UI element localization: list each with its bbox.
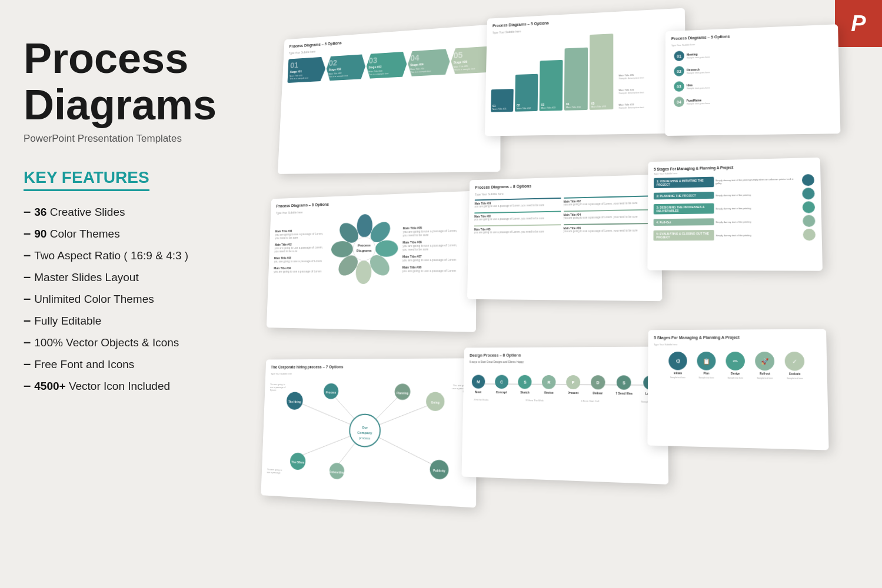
desc: you are going to use a passage of Lorem.… <box>474 230 544 233</box>
dash: – <box>24 226 31 241</box>
dash: – <box>24 335 31 350</box>
feature-bold: 90 <box>34 228 46 240</box>
plan-desc-4: Sample text here <box>757 377 773 379</box>
outer-label-1: The Hiring <box>288 400 301 403</box>
step-desc: Main Title #01This is a sample text <box>289 73 323 80</box>
tl-label-7: 7 Send files <box>615 392 633 395</box>
step-desc: Sample text goes here <box>687 102 710 105</box>
step-num-4: 04 <box>674 96 684 107</box>
grid-item-5: Main Title #05you are going to use a pas… <box>474 224 561 235</box>
dash: – <box>24 291 31 306</box>
slide-inner-7: The Corporate hiring process – 7 Options… <box>261 358 477 507</box>
step-4: 04 Stage #04 Main Title #04This is a sam… <box>408 49 450 76</box>
stage-desc: Simply dummy text of the printing <box>715 192 800 196</box>
slides-area: Process Diagrams – 5 Options Type Your S… <box>259 24 882 588</box>
numbered-steps: 01 Meeting Sample text goes here 02 Rese… <box>671 44 833 109</box>
feature-item-3: – Two Aspect Ratio ( 16:9 & 4:3 ) <box>24 248 271 263</box>
grid-item-3: Main Title #03you are going to use a pas… <box>474 211 561 223</box>
plan-icon-2: 📋 <box>697 352 716 370</box>
desc: you are going to use a passage of Lorem.… <box>564 215 638 219</box>
right-item-1: Main Title #05you are going to use a pas… <box>403 225 462 238</box>
process-circle-svg: Process Diagrams <box>330 213 398 284</box>
plan-desc-1: Sample text here <box>670 376 685 379</box>
page-title: Process Diagrams <box>24 35 271 128</box>
block-2: 02 Main Title #02 <box>515 74 538 112</box>
center-text-3: process <box>359 436 371 440</box>
features-list: – 36 Creative Slides – 90 Color Themes –… <box>24 204 271 393</box>
feature-item-5: – Unlimited Color Themes <box>24 291 271 306</box>
tl-circle-2: C <box>495 375 508 389</box>
slide-card-7: The Corporate hiring process – 7 Options… <box>261 358 477 507</box>
tl-node-1: M Meet <box>471 375 485 393</box>
planning-step-2: 📋 Plan Sample text here <box>693 352 720 379</box>
feature-bold: 4500+ <box>34 380 65 392</box>
network-diagram: Our Company process The Hiring Process T… <box>267 377 470 490</box>
side-text-2: You are going to use a passage <box>267 468 285 475</box>
stage-5: 5: EVALUATING & CLOSING OUT THE PROJECT … <box>653 229 816 242</box>
slide-inner-8: Design Process – 8 Options 5 ways to Sta… <box>461 346 668 484</box>
stage-desc: Simply dummy text of the printing <box>715 233 801 237</box>
feature-text: 4500+ Vector Icon Included <box>34 380 170 393</box>
dash: – <box>24 356 31 372</box>
desc: you are going to use a passage of Lorem.… <box>564 229 638 233</box>
petal-5 <box>355 260 371 284</box>
dash: – <box>24 204 31 219</box>
num-step-2: 02 Research Sample text goes here <box>671 59 833 78</box>
feature-item-6: – Fully Editable <box>24 313 271 328</box>
tl-circle-4: R <box>542 375 556 389</box>
tl-node-6: D Deliver <box>591 375 605 395</box>
planning-step-5: ✓ Evaluate Sample text here <box>781 352 809 380</box>
slide-inner-1: Process Diagrams – 5 Options Type Your S… <box>278 24 501 174</box>
step-num: 03 <box>369 55 405 65</box>
center-text-1: Our <box>362 426 368 429</box>
step-num: 01 <box>290 59 324 69</box>
outer-label-2: Process <box>326 391 337 394</box>
tl-node-5: P Present <box>566 375 580 395</box>
petal-1 <box>357 214 372 238</box>
left-item-1: Main Title #01you are going to use a pas… <box>275 228 327 239</box>
grid-layout: Main Title #01you are going to use a pas… <box>474 195 655 236</box>
planning-step-3: ✏ Design Sample text here <box>722 352 749 379</box>
center-text-2: Diagrams <box>357 249 372 252</box>
slide-card-2: Process Diagrams – 5 Options Type Your S… <box>485 8 687 136</box>
outer-label-3: The Offers <box>291 461 304 465</box>
tl-label-2: Concept <box>496 390 507 394</box>
desc: you are going to use a passage of Lorem.… <box>474 217 544 221</box>
slide-card-9: 5 Stages For Managing & Planning A Proje… <box>647 329 828 450</box>
slide-card-1: Process Diagrams – 5 Options Type Your S… <box>278 24 501 174</box>
right-item-3: Main Title #07you are going to use a pas… <box>402 254 462 262</box>
block-text: Main Title #05 <box>591 105 611 108</box>
block-text: Main Title #03 <box>541 106 561 109</box>
block-5: 05 Main Title #05 <box>590 34 614 110</box>
tl-label-1: Meet <box>475 390 481 394</box>
tl-node-4: R Revise <box>542 375 556 395</box>
step-desc: Main Title #04This is a sample text <box>410 66 448 74</box>
circle-group: Process Diagrams <box>330 213 398 284</box>
tl-circle-5: P <box>566 375 580 389</box>
step-desc: Sample text goes here <box>687 71 710 74</box>
network-svg: Our Company process The Hiring Process T… <box>267 377 470 490</box>
desc: you are going to use a passage of Lorem <box>274 259 322 263</box>
right-col: Main Title #05you are going to use a pas… <box>402 225 462 273</box>
stage-4: 4: Roll-Out Simply dummy text of the pri… <box>654 215 816 228</box>
stage-label: 1: VISUALIZING & INITIATING THE PROJECT <box>654 177 714 188</box>
step-2: 02 Stage #02 Main Title #02This is a sam… <box>326 54 366 81</box>
feature-text: Fully Editable <box>34 315 101 328</box>
desc: you are going to use a passage of Lorem <box>274 269 321 273</box>
desc: you are going to use a passage of Lorem,… <box>403 229 457 237</box>
num-step-3: 03 Idea Sample text goes here <box>671 75 833 93</box>
slide-card-8: Design Process – 8 Options 5 ways to Sta… <box>461 346 668 484</box>
plan-label-2: Plan <box>704 372 710 375</box>
petal-3 <box>375 240 398 257</box>
grid-item-6: Main Title #06you are going to use a pas… <box>564 223 655 235</box>
plan-icon-3: ✏ <box>725 352 745 370</box>
step-desc: Main Title #03This is a sample text <box>368 68 404 76</box>
tl-node-2: C Concept <box>495 375 508 394</box>
left-item-4: Main Title #04you are going to use a pas… <box>274 266 327 273</box>
desc: you are going to use a passage of Lorem <box>402 269 457 273</box>
tl-label-4: Revise <box>544 391 554 395</box>
timeline-container: M Meet C Concept S Sketch R Revise <box>469 375 662 403</box>
feature-item-9: – 4500+ Vector Icon Included <box>24 378 271 393</box>
circular-layout: Main Title #01you are going to use a pas… <box>273 211 470 287</box>
stage-icon <box>803 215 816 226</box>
